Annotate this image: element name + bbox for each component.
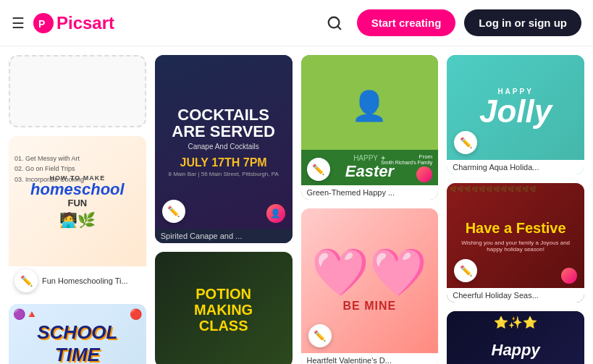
card-cocktails[interactable]: COCKTAILSARE SERVED Canape And Cocktails… [155,55,293,243]
search-icon [327,15,342,31]
festive-title: Have a Festive [466,219,566,237]
easter-from: From Smith Richard's Family [381,153,432,182]
header-actions: Start creating Log in or sign up [321,9,581,37]
header: ☰ P Picsart Start creating Log in or sig… [0,0,593,46]
start-creating-button[interactable]: Start creating [357,9,456,36]
festive-label: Cheerful Holiday Seas... [447,288,584,302]
happy-new-year: New [495,360,537,364]
jolly-label: Charming Aqua Holida... [447,160,584,174]
festive-sub: Wishing you and your family a Joyous and… [455,240,576,253]
card-potion[interactable]: POTIONMAKINGCLASS [155,252,293,364]
card-happy-new[interactable]: Happy New ⭐✨⭐ [447,311,584,364]
valentine-label: Heartfelt Valentine's D... [301,353,439,364]
search-button[interactable] [321,9,348,37]
homeschool-posttitle: FUN [68,198,88,208]
card-valentine[interactable]: 🩷🩷 BE MINE ✏️ Heartfelt Valentine's D... [301,208,439,364]
potion-title: POTIONMAKINGCLASS [194,286,253,334]
hamburger-icon[interactable]: ☰ [12,14,25,32]
edit-icon-jolly[interactable]: ✏️ [454,131,477,154]
valentine-hearts: 🩷🩷 [311,249,427,295]
card-festive[interactable]: 🌿🌿🌿🌿🌿🌿🌿🌿🌿🌿🌿🌿 Have a Festive Wishing you … [447,183,584,302]
easter-person: 👤 [301,55,439,156]
col-3: 👤 HAPPY ✦ Easter ✏️ From Smith Richard's… [301,55,439,364]
logo[interactable]: P Picsart [33,13,321,33]
card-easter[interactable]: 👤 HAPPY ✦ Easter ✏️ From Smith Richard's… [301,55,439,200]
edit-icon-cocktails[interactable]: ✏️ [162,200,185,223]
homeschool-decor: 🧑‍💻🌿 [59,211,96,229]
col-4: HAPPY Jolly ✏️ Charming Aqua Holida... 🌿… [447,55,584,364]
school-decor-right: 🔴 [130,308,142,320]
happy-new-text: Happy [492,341,540,360]
cocktails-sub: Canape And Cocktails [188,143,258,151]
main-grid: HOW TO MAKE homeschool FUN 🧑‍💻🌿 01. Get … [0,46,593,364]
cocktails-addr: 8 Main Bar | 56 Main Street, Pittsburgh,… [169,171,279,177]
edit-icon-festive[interactable]: ✏️ [454,259,477,282]
placeholder-card[interactable] [9,55,146,127]
easter-label: Green-Themed Happy ... [301,185,439,200]
col-1: HOW TO MAKE homeschool FUN 🧑‍💻🌿 01. Get … [9,55,146,364]
homeschool-label: Fun Homeschooling Ti... [42,276,128,285]
festive-avatar [561,268,577,284]
valentine-text: BE MINE [343,300,397,313]
col-2: COCKTAILSARE SERVED Canape And Cocktails… [155,55,293,364]
stars-decor: ⭐✨⭐ [447,316,584,329]
cocktails-avatar: 👤 [266,204,285,223]
logo-text: Picsart [56,13,114,33]
easter-avatar [416,166,432,182]
cocktails-label: Spirited Canape and ... [155,229,293,243]
edit-icon-homeschool[interactable]: ✏️ [14,269,38,292]
jolly-main-text: Jolly [479,96,552,127]
cocktails-title: COCKTAILSARE SERVED [172,106,275,140]
edit-icon-valentine[interactable]: ✏️ [308,324,332,347]
homeschool-steps: 01. Get Messy with Art 02. Go on Field T… [14,153,84,185]
school-decor-left: 🟣🔺 [13,308,38,320]
login-button[interactable]: Log in or sign up [464,9,581,36]
svg-text:P: P [38,18,45,30]
card-school[interactable]: 🟣🔺 🔴 SCHOOLTIME [9,304,146,364]
edit-icon-easter[interactable]: ✏️ [307,158,330,181]
card-homeschool[interactable]: HOW TO MAKE homeschool FUN 🧑‍💻🌿 01. Get … [9,136,146,295]
picsart-logo-icon: P [33,13,54,33]
cocktails-date: JULY 17TH 7PM [180,156,267,169]
svg-line-3 [337,26,340,29]
card-jolly[interactable]: HAPPY Jolly ✏️ Charming Aqua Holida... [447,55,584,174]
school-title: SCHOOLTIME [37,321,117,364]
